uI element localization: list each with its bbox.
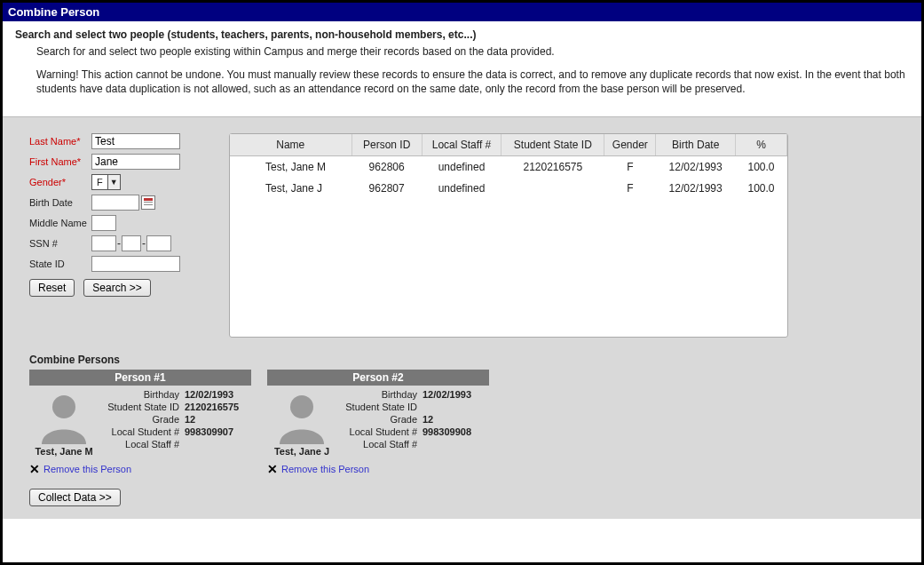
person-card-2: Person #2 Test, Jane J Birthday12/02/199…	[267, 370, 489, 476]
person-card-1-name: Test, Jane M	[33, 446, 95, 457]
col-personid[interactable]: Person ID	[351, 134, 422, 156]
gender-label: Gender*	[29, 177, 91, 187]
intro-text-1: Search for and select two people existin…	[36, 44, 909, 59]
lastname-input[interactable]	[91, 133, 180, 149]
stateid-label: State ID	[29, 259, 91, 269]
middlename-input[interactable]	[91, 215, 116, 231]
calendar-icon[interactable]	[141, 195, 155, 210]
search-form: Last Name* First Name* Gender* F ▼ Birth…	[29, 133, 211, 297]
combine-section: Combine Persons Person #1 Test, Jane M	[29, 354, 909, 506]
col-birthdate[interactable]: Birth Date	[656, 134, 736, 156]
gender-select[interactable]: F ▼	[91, 174, 121, 190]
birthdate-label: Birth Date	[29, 197, 91, 208]
col-pct[interactable]: %	[735, 134, 786, 156]
intro-heading: Search and select two people (students, …	[15, 28, 909, 41]
gender-value: F	[92, 177, 107, 187]
svg-point-0	[52, 395, 75, 418]
remove-person-2[interactable]: ✕ Remove this Person	[267, 462, 489, 476]
results-table: Name Person ID Local Staff # Student Sta…	[229, 133, 788, 338]
col-name[interactable]: Name	[230, 134, 351, 156]
table-row[interactable]: Test, Jane J 962807 undefined F 12/02/19…	[230, 178, 787, 199]
person-card-1-title: Person #1	[29, 370, 251, 386]
middlename-label: Middle Name	[29, 218, 91, 228]
remove-person-1[interactable]: ✕ Remove this Person	[29, 462, 251, 476]
combine-heading: Combine Persons	[29, 354, 909, 366]
col-studentstateid[interactable]: Student State ID	[501, 134, 604, 156]
stateid-input[interactable]	[91, 256, 180, 272]
ssn-input-3[interactable]	[146, 235, 171, 251]
firstname-label: First Name*	[29, 156, 91, 167]
birthdate-input[interactable]	[91, 195, 139, 211]
app-window: Combine Person Search and select two peo…	[0, 0, 924, 565]
ssn-group: - -	[91, 235, 171, 251]
window-title: Combine Person	[3, 3, 921, 21]
firstname-input[interactable]	[91, 154, 180, 170]
ssn-input-2[interactable]	[122, 235, 141, 251]
ssn-label: SSN #	[29, 238, 91, 249]
intro-panel: Search and select two people (students, …	[3, 21, 921, 116]
avatar-icon	[36, 389, 91, 444]
person-card-1: Person #1 Test, Jane M Birthday12/02/199…	[29, 370, 251, 476]
col-localstaff[interactable]: Local Staff #	[422, 134, 501, 156]
intro-text-2: Warning! This action cannot be undone. Y…	[36, 68, 909, 96]
lastname-label: Last Name*	[29, 136, 91, 147]
person-card-2-name: Test, Jane J	[271, 446, 333, 457]
svg-point-1	[290, 395, 313, 418]
table-row[interactable]: Test, Jane M 962806 undefined 2120216575…	[230, 155, 787, 178]
main-panel: Last Name* First Name* Gender* F ▼ Birth…	[3, 116, 921, 519]
collect-data-button[interactable]: Collect Data >>	[29, 489, 121, 506]
chevron-down-icon[interactable]: ▼	[107, 175, 120, 189]
col-gender[interactable]: Gender	[604, 134, 656, 156]
close-icon: ✕	[267, 462, 278, 476]
person-card-2-title: Person #2	[267, 370, 489, 386]
reset-button[interactable]: Reset	[29, 279, 75, 297]
avatar-icon	[274, 389, 329, 444]
search-button[interactable]: Search >>	[83, 279, 150, 297]
close-icon: ✕	[29, 462, 40, 476]
ssn-input-1[interactable]	[91, 235, 116, 251]
